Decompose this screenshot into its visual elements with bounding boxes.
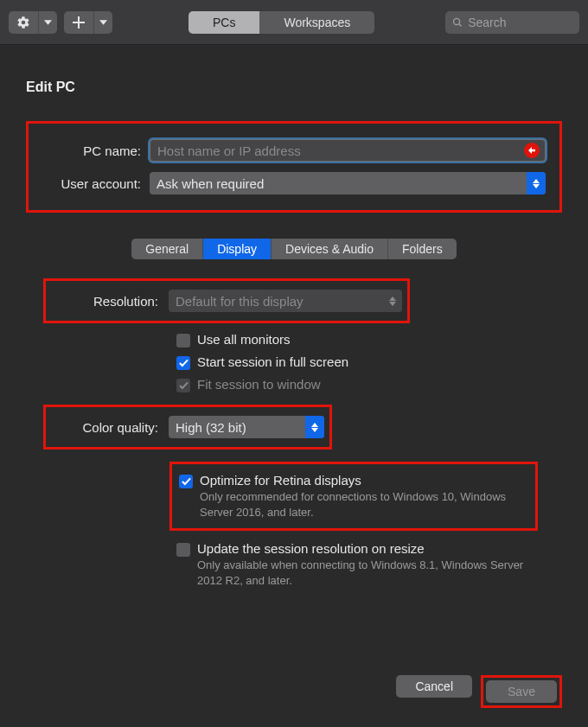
highlight-connection-settings: PC name: User account: Ask when required xyxy=(26,121,562,213)
checkbox-icon xyxy=(179,475,193,488)
checkbox-sublabel: Only available when connecting to Window… xyxy=(197,558,526,588)
settings-button[interactable] xyxy=(9,11,38,34)
checkbox-label: Use all monitors xyxy=(197,332,291,347)
settings-tabs: General Display Devices & Audio Folders xyxy=(131,239,456,259)
add-dropdown[interactable] xyxy=(93,11,112,34)
toolbar: PCs Workspaces xyxy=(0,0,588,45)
resolution-select[interactable]: Default for this display xyxy=(169,290,402,312)
tab-folders[interactable]: Folders xyxy=(388,239,457,259)
plus-icon xyxy=(73,16,85,29)
segment-pcs[interactable]: PCs xyxy=(189,11,259,34)
select-stepper-icon xyxy=(383,290,402,312)
user-account-select[interactable]: Ask when required xyxy=(150,172,546,195)
sheet-title: Edit PC xyxy=(26,80,562,95)
chevron-down-icon xyxy=(99,20,107,25)
checkbox-icon xyxy=(176,356,190,370)
pc-name-label: PC name: xyxy=(37,143,150,158)
select-stepper-icon xyxy=(527,172,546,195)
settings-tabs-panel: General Display Devices & Audio Folders … xyxy=(26,239,562,588)
footer-buttons: Cancel Save xyxy=(396,675,562,708)
search-input[interactable] xyxy=(468,16,572,29)
checkbox-full-screen[interactable]: Start session in full screen xyxy=(176,354,545,370)
checkbox-icon xyxy=(176,334,190,348)
user-account-value: Ask when required xyxy=(157,176,264,191)
checkbox-update-resolution[interactable]: Update the session resolution on resize … xyxy=(176,541,545,588)
check-icon xyxy=(179,359,189,367)
highlight-retina: Optimize for Retina displays Only recomm… xyxy=(169,462,538,531)
check-icon xyxy=(179,381,189,390)
settings-dropdown[interactable] xyxy=(38,11,57,34)
highlight-color-quality: Color quality: High (32 bit) xyxy=(43,405,332,450)
tab-devices-audio[interactable]: Devices & Audio xyxy=(272,239,388,259)
svg-point-2 xyxy=(454,18,460,24)
highlight-save: Save xyxy=(481,675,562,708)
svg-line-3 xyxy=(459,23,462,26)
search-field[interactable] xyxy=(445,11,579,34)
segment-workspaces[interactable]: Workspaces xyxy=(259,11,374,34)
pc-name-input[interactable] xyxy=(157,143,538,158)
add-button[interactable] xyxy=(64,11,93,34)
error-badge xyxy=(524,143,540,158)
search-icon xyxy=(452,16,463,29)
checkbox-icon xyxy=(176,543,190,557)
checkbox-icon xyxy=(176,379,190,392)
view-segment: PCs Workspaces xyxy=(189,11,374,34)
color-quality-value: High (32 bit) xyxy=(176,420,246,435)
tab-display[interactable]: Display xyxy=(203,239,272,259)
check-icon xyxy=(182,477,191,486)
resolution-label: Resolution: xyxy=(48,294,169,309)
checkbox-label: Fit session to window xyxy=(197,377,321,392)
svg-rect-1 xyxy=(73,22,85,23)
checkbox-fit-window: Fit session to window xyxy=(176,377,545,392)
select-stepper-icon xyxy=(305,416,324,438)
checkbox-use-all-monitors[interactable]: Use all monitors xyxy=(176,332,545,348)
user-account-label: User account: xyxy=(37,176,150,191)
gear-icon xyxy=(16,16,30,29)
chevron-down-icon xyxy=(44,20,52,25)
svg-rect-0 xyxy=(78,16,80,29)
checkbox-sublabel: Only recommended for connections to Wind… xyxy=(200,489,528,520)
color-quality-label: Color quality: xyxy=(48,420,169,435)
edit-pc-sheet: Edit PC PC name: User account: Ask when … xyxy=(0,45,588,588)
checkbox-label: Start session in full screen xyxy=(197,354,348,369)
checkbox-label: Update the session resolution on resize xyxy=(197,541,526,556)
tab-general[interactable]: General xyxy=(131,239,203,259)
checkbox-label: Optimize for Retina displays xyxy=(200,473,528,488)
highlight-resolution: Resolution: Default for this display xyxy=(43,278,410,323)
arrow-left-icon xyxy=(527,146,536,155)
color-quality-select[interactable]: High (32 bit) xyxy=(169,416,324,438)
save-button[interactable]: Save xyxy=(486,680,557,703)
cancel-button[interactable]: Cancel xyxy=(396,675,472,698)
resolution-value: Default for this display xyxy=(176,294,304,309)
checkbox-retina[interactable]: Optimize for Retina displays Only recomm… xyxy=(179,473,528,520)
pc-name-field[interactable] xyxy=(150,139,546,162)
